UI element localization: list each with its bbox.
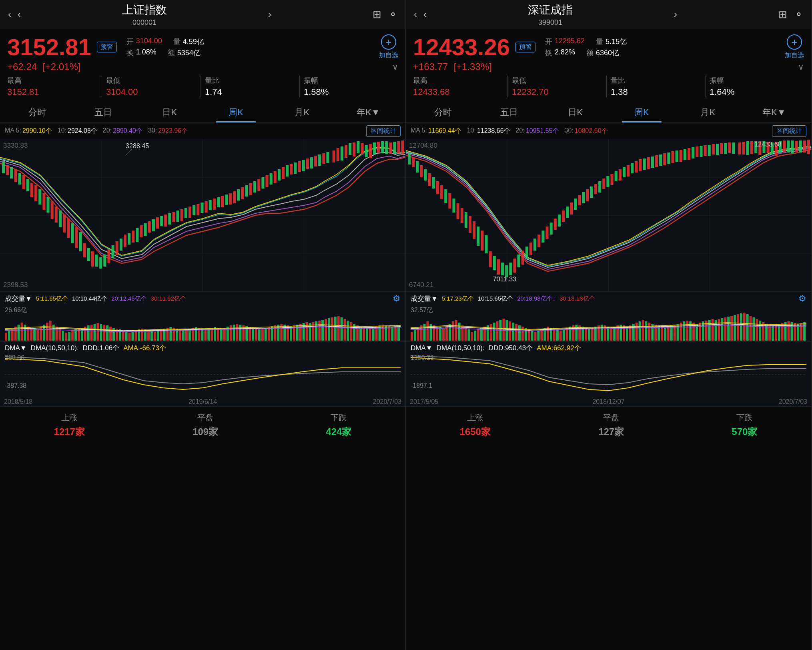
right-stat-change: 换 2.82%: [545, 48, 575, 58]
right-dma-title[interactable]: DMA▼: [411, 344, 433, 352]
svg-rect-34: [116, 241, 118, 255]
left-add-circle-icon: +: [381, 34, 396, 50]
svg-rect-108: [8, 331, 10, 341]
right-tab-rik[interactable]: 日K: [542, 102, 609, 122]
svg-rect-301: [659, 154, 662, 166]
left-nav: ‹ ‹: [8, 9, 21, 20]
svg-rect-32: [107, 249, 110, 263]
right-tab-wuri[interactable]: 五日: [476, 102, 543, 122]
left-tab-zhouk[interactable]: 周K: [203, 102, 269, 122]
left-dma-title[interactable]: DMA▼: [5, 344, 27, 352]
left-layout-icon[interactable]: ⊞: [373, 8, 381, 21]
svg-rect-427: [683, 321, 685, 341]
right-tab-fenshi[interactable]: 分时: [410, 102, 476, 122]
left-tab-wuri[interactable]: 五日: [70, 102, 137, 122]
svg-rect-388: [559, 331, 562, 341]
left-back-icon[interactable]: ‹: [8, 9, 11, 20]
left-tab-bar: 分时 五日 日K 周K 月K 年K▼: [0, 102, 405, 123]
left-volume-title[interactable]: 成交量▼: [5, 294, 32, 303]
svg-rect-380: [534, 332, 537, 341]
left-prev-icon[interactable]: ‹: [18, 9, 21, 20]
left-next-icon[interactable]: ›: [268, 9, 271, 20]
left-swing-label: 振幅: [304, 76, 394, 85]
right-add-btn[interactable]: + 加自选: [785, 34, 804, 60]
left-ma5: MA 5: 2990.10个: [5, 127, 52, 135]
left-vol-ma5: 5:11.65亿个: [36, 295, 68, 303]
svg-rect-304: [672, 151, 674, 163]
right-prev-icon[interactable]: ‹: [423, 9, 427, 20]
svg-rect-257: [481, 231, 483, 251]
svg-rect-285: [594, 184, 597, 194]
svg-rect-14: [34, 185, 37, 201]
svg-rect-241: [416, 161, 419, 173]
svg-rect-440: [724, 317, 726, 341]
right-yujing-badge[interactable]: 预警: [515, 42, 535, 52]
left-gear-icon[interactable]: ⚙: [393, 293, 401, 304]
svg-rect-373: [512, 323, 514, 341]
right-expand-icon[interactable]: ∨: [798, 62, 804, 72]
svg-rect-53: [192, 205, 195, 215]
right-next-icon[interactable]: ›: [674, 9, 677, 20]
svg-rect-92: [353, 142, 355, 156]
left-chart-bl: 2398.53: [3, 281, 28, 289]
left-qujian-btn[interactable]: 区间统计: [366, 125, 401, 137]
right-gear-icon[interactable]: ⚙: [798, 293, 806, 304]
svg-rect-303: [667, 152, 670, 164]
svg-rect-181: [239, 325, 241, 341]
left-expand-icon[interactable]: ∨: [392, 62, 398, 72]
svg-rect-153: [150, 331, 153, 341]
svg-rect-346: [427, 321, 429, 341]
svg-rect-295: [635, 161, 638, 173]
right-qujian-btn[interactable]: 区间统计: [772, 125, 806, 137]
right-high-val: 12433.68: [413, 87, 503, 97]
svg-rect-422: [667, 327, 670, 341]
svg-rect-322: [746, 141, 749, 155]
right-ma30: 30: 10802.60个: [565, 127, 608, 135]
svg-rect-396: [585, 328, 587, 341]
svg-text:3288.45: 3288.45: [126, 142, 149, 149]
svg-rect-358: [465, 328, 467, 341]
left-search-icon[interactable]: ⚬: [389, 8, 397, 21]
svg-rect-60: [221, 196, 224, 207]
svg-rect-220: [363, 328, 365, 341]
left-tab-niank[interactable]: 年K▼: [335, 102, 402, 122]
svg-rect-89: [341, 146, 343, 160]
svg-rect-113: [24, 325, 26, 341]
right-layout-icon[interactable]: ⊞: [778, 8, 787, 21]
svg-rect-269: [529, 243, 532, 255]
left-tab-rik[interactable]: 日K: [136, 102, 203, 122]
svg-rect-127: [68, 332, 70, 341]
left-vol-svg: [5, 305, 401, 341]
left-add-btn[interactable]: + 加自选: [379, 34, 398, 60]
svg-rect-97: [373, 142, 376, 154]
svg-rect-33: [112, 245, 114, 258]
right-vol-svg: [411, 305, 806, 341]
right-tab-niank[interactable]: 年K▼: [741, 102, 808, 122]
svg-rect-180: [236, 324, 239, 341]
right-dma-bl: -1897.1: [411, 382, 432, 389]
right-search-icon[interactable]: ⚬: [794, 8, 803, 21]
left-ma10: 10: 2924.05个: [58, 127, 97, 135]
svg-rect-67: [249, 183, 252, 195]
svg-rect-267: [521, 251, 524, 265]
right-tab-yuek[interactable]: 月K: [675, 102, 741, 122]
right-main-chart: 12704.80 6740.21: [406, 139, 811, 291]
left-open-val: 3104.00: [136, 37, 162, 46]
right-back-icon[interactable]: ‹: [414, 9, 417, 20]
svg-rect-381: [537, 331, 539, 341]
svg-rect-240: [412, 157, 415, 167]
right-volume-title[interactable]: 成交量▼: [411, 294, 438, 303]
svg-rect-393: [575, 325, 577, 341]
svg-rect-275: [554, 219, 557, 230]
svg-rect-449: [752, 317, 755, 341]
svg-rect-133: [87, 325, 90, 341]
left-tab-yuek[interactable]: 月K: [269, 102, 335, 122]
svg-rect-69: [257, 179, 260, 191]
left-tab-fenshi[interactable]: 分时: [4, 102, 70, 122]
svg-rect-206: [318, 321, 321, 341]
right-tab-zhouk[interactable]: 周K: [609, 102, 675, 122]
left-yujing-badge[interactable]: 预警: [97, 42, 117, 52]
svg-rect-453: [765, 324, 768, 341]
svg-rect-283: [586, 189, 589, 201]
svg-rect-312: [704, 145, 707, 156]
